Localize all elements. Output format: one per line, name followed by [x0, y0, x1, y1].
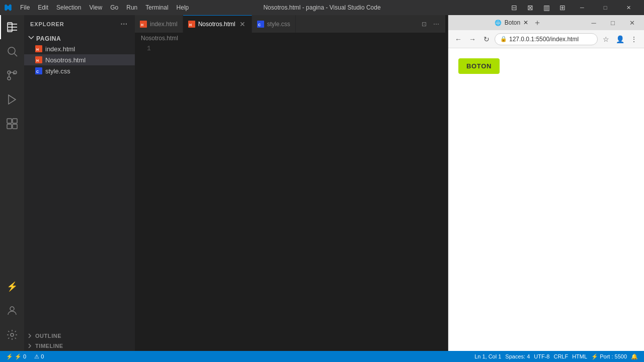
cursor-position[interactable]: Ln 1, Col 1 [472, 351, 503, 362]
notifications-button[interactable]: 🔔 [629, 351, 640, 362]
sidebar-title: Explorer [30, 21, 64, 27]
refresh-button[interactable]: ↻ [480, 33, 493, 45]
css-file-icon: C [35, 67, 42, 74]
tab-index-html[interactable]: H index.html [135, 15, 183, 33]
line-number-1: 1 [147, 44, 151, 53]
forward-button[interactable]: → [466, 33, 478, 45]
split-editor-button[interactable]: ⊡ [419, 19, 429, 29]
sidebar-bottom: OUTLINE TIMELINE [24, 331, 135, 351]
lock-icon: 🔒 [500, 36, 507, 42]
svg-text:H: H [36, 48, 39, 51]
tab-html-icon: H [140, 21, 147, 28]
activity-bar: ⚡ [0, 15, 24, 351]
timeline-section[interactable]: TIMELINE [24, 341, 135, 351]
menu-help[interactable]: Help [173, 2, 193, 13]
menu-go[interactable]: Go [106, 2, 122, 13]
url-text: 127.0.0.1:5500/index.html [509, 36, 579, 43]
activity-search[interactable] [0, 39, 24, 63]
breadcrumb: Nosotros.html [135, 33, 445, 44]
activity-settings[interactable] [0, 323, 24, 347]
tab-html-icon-2: H [188, 21, 195, 28]
line-numbers: 1 [135, 44, 157, 351]
sidebar-header: Explorer ⋯ [24, 15, 135, 33]
menu-terminal[interactable]: Terminal [141, 2, 172, 13]
sidebar-header-actions: ⋯ [119, 19, 129, 29]
svg-rect-9 [7, 124, 12, 129]
git-status[interactable]: ⚡ ⚡ 0 [4, 351, 28, 362]
window-title: Nosotros.html - pagina - Visual Studio C… [263, 4, 380, 11]
file-nosotros-html[interactable]: H Nosotros.html [24, 54, 135, 65]
browser-close[interactable]: ✕ [624, 18, 640, 28]
menu-button[interactable]: ⋮ [628, 33, 640, 45]
browser-tab: 🌐 Boton ✕ ＋ [452, 18, 584, 28]
indentation[interactable]: Spaces: 4 [503, 351, 532, 362]
more-actions-button[interactable]: ⋯ [431, 19, 441, 29]
activity-explorer[interactable] [0, 15, 24, 39]
sidebar: Explorer ⋯ PAGINA H index.html H Nosotro… [24, 15, 135, 351]
status-bar-left: ⚡ ⚡ 0 ⚠ 0 [4, 351, 46, 362]
editor-content[interactable]: 1 [135, 44, 445, 351]
svg-text:H: H [141, 23, 143, 27]
activity-source-control[interactable] [0, 63, 24, 87]
back-button[interactable]: ← [452, 33, 464, 45]
svg-point-11 [10, 307, 14, 311]
window-controls: ⊟ ⊠ ▥ ⊞ ─ □ ✕ [506, 0, 640, 15]
layout-toggle-3[interactable]: ▥ [538, 0, 554, 15]
indentation-text: Spaces: 4 [505, 353, 530, 359]
restore-button[interactable]: □ [594, 0, 617, 15]
menu-selection[interactable]: Selection [52, 2, 85, 13]
language-mode[interactable]: HTML [570, 351, 589, 362]
browser-tab-label: Boton [505, 19, 520, 26]
file-index-html[interactable]: H index.html [24, 43, 135, 54]
error-count: ⚡ 0 [15, 353, 26, 360]
tab-label-3: style.css [267, 21, 290, 28]
live-server-port[interactable]: ⚡ Port : 5500 [589, 351, 629, 362]
svg-rect-7 [7, 119, 12, 123]
menu-run[interactable]: Run [122, 2, 141, 13]
encoding[interactable]: UTF-8 [532, 351, 551, 362]
svg-text:H: H [189, 23, 192, 27]
browser-minimize[interactable]: ─ [586, 18, 602, 28]
activity-bar-bottom: ⚡ [0, 275, 24, 351]
preview-boton-button[interactable]: BOTON [458, 58, 500, 74]
svg-text:H: H [36, 59, 39, 62]
layout-toggle-4[interactable]: ⊞ [554, 0, 571, 15]
browser-restore[interactable]: □ [605, 18, 621, 28]
profile-button[interactable]: 👤 [614, 33, 626, 45]
activity-extensions[interactable] [0, 112, 24, 136]
url-bar[interactable]: 🔒 127.0.0.1:5500/index.html [495, 33, 598, 45]
browser-tab-close[interactable]: ✕ [523, 19, 528, 26]
tab-close-button[interactable]: ✕ [238, 20, 247, 28]
menu-bar: File Edit Selection View Go Run Terminal… [16, 2, 193, 13]
new-tab-button[interactable]: ＋ [533, 18, 541, 28]
folder-section: PAGINA H index.html H Nosotros.html C st… [24, 33, 135, 77]
svg-text:C: C [258, 23, 261, 27]
folder-name: PAGINA [36, 35, 61, 42]
minimize-button[interactable]: ─ [571, 0, 594, 15]
menu-file[interactable]: File [16, 2, 34, 13]
tab-label-2: Nosotros.html [198, 21, 235, 28]
warning-status[interactable]: ⚠ 0 [32, 351, 46, 362]
bookmark-button[interactable]: ☆ [600, 33, 612, 45]
language-mode-text: HTML [572, 353, 587, 359]
svg-marker-6 [9, 95, 16, 104]
new-file-button[interactable]: ⋯ [119, 19, 129, 29]
outline-section[interactable]: OUTLINE [24, 331, 135, 341]
tab-style-css[interactable]: C style.css [252, 15, 296, 33]
activity-debug[interactable] [0, 87, 24, 112]
activity-account[interactable] [0, 299, 24, 323]
menu-edit[interactable]: Edit [34, 2, 52, 13]
layout-toggle-1[interactable]: ⊟ [506, 0, 522, 15]
line-ending[interactable]: CRLF [551, 351, 570, 362]
svg-point-1 [8, 47, 15, 54]
tab-nosotros-html[interactable]: H Nosotros.html ✕ [183, 15, 252, 33]
code-area[interactable] [157, 44, 445, 351]
file-style-css[interactable]: C style.css [24, 65, 135, 76]
activity-remote[interactable]: ⚡ [0, 275, 24, 299]
folder-label-pagina[interactable]: PAGINA [24, 34, 135, 43]
layout-toggle-2[interactable]: ⊠ [522, 0, 538, 15]
menu-view[interactable]: View [85, 2, 106, 13]
close-button[interactable]: ✕ [617, 0, 640, 15]
breadcrumb-file: Nosotros.html [141, 35, 178, 42]
filename: style.css [45, 67, 70, 75]
